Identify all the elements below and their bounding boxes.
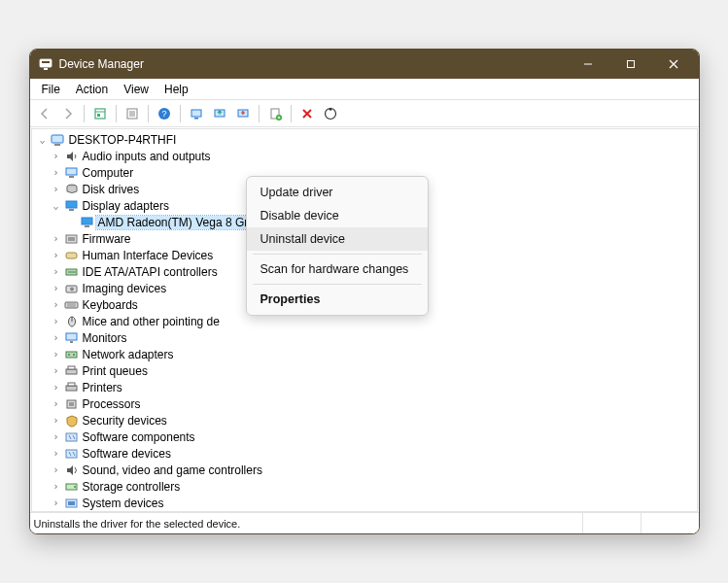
- svg-rect-30: [66, 201, 77, 208]
- svg-rect-16: [191, 110, 201, 117]
- app-icon: [38, 56, 53, 72]
- tree-category-printq[interactable]: ›Print queues: [32, 362, 697, 379]
- svg-rect-17: [194, 118, 198, 120]
- tree-caret[interactable]: ›: [50, 167, 63, 178]
- show-hide-tree-button[interactable]: [89, 103, 111, 124]
- tree-category-audio[interactable]: ›Audio inputs and outputs: [32, 148, 697, 164]
- tree-caret[interactable]: ›: [50, 349, 63, 360]
- tree-caret[interactable]: ⌄: [36, 134, 50, 145]
- tree-node-label: Monitors: [81, 331, 131, 345]
- tree-caret[interactable]: ›: [50, 151, 63, 161]
- tree-caret[interactable]: ›: [50, 332, 63, 343]
- context-uninstall-device[interactable]: Uninstall device: [247, 227, 428, 251]
- properties-button[interactable]: [121, 103, 143, 124]
- monitor-icon: [63, 331, 81, 345]
- context-properties[interactable]: Properties: [247, 288, 428, 311]
- tree-caret[interactable]: ›: [50, 283, 63, 293]
- menu-help[interactable]: Help: [156, 81, 196, 98]
- update-driver-button[interactable]: [209, 103, 230, 124]
- tree-category-cpu[interactable]: ›Processors: [32, 395, 697, 412]
- uninstall-device-button[interactable]: [296, 103, 318, 124]
- tree-category-swcomp[interactable]: ›Software components: [32, 429, 697, 445]
- tree-caret[interactable]: ⌄: [50, 200, 63, 211]
- tree-category-network[interactable]: ›Network adapters: [32, 346, 697, 362]
- svg-rect-56: [69, 402, 74, 406]
- add-legacy-hardware-button[interactable]: [264, 103, 286, 124]
- status-cell: [582, 513, 641, 533]
- tree-caret[interactable]: ›: [50, 497, 63, 508]
- tree-category-security[interactable]: ›Security devices: [32, 412, 697, 429]
- context-scan-hardware[interactable]: Scan for hardware changes: [247, 257, 428, 281]
- firmware-icon: [63, 232, 81, 246]
- tree-caret[interactable]: ›: [50, 250, 63, 260]
- tree-caret[interactable]: ›: [50, 464, 63, 475]
- svg-point-49: [68, 354, 70, 356]
- tree-caret[interactable]: ›: [50, 481, 63, 492]
- toolbar-separator: [291, 105, 292, 122]
- network-icon: [63, 348, 81, 361]
- tree-node-label: Disk drives: [81, 183, 144, 196]
- hid-icon: [63, 249, 81, 262]
- context-update-driver[interactable]: Update driver: [247, 181, 428, 204]
- svg-rect-51: [66, 369, 77, 374]
- computer-icon: [63, 166, 81, 180]
- context-separator: [253, 254, 422, 255]
- tree-node-label: Mice and other pointing de: [81, 315, 224, 328]
- window-title: Device Manager: [59, 57, 567, 71]
- tree-category-storage[interactable]: ›Storage controllers: [32, 478, 697, 495]
- svg-rect-32: [82, 218, 92, 224]
- tree-caret[interactable]: ›: [50, 266, 63, 277]
- maximize-button[interactable]: [609, 50, 652, 79]
- toolbar-separator: [84, 105, 85, 122]
- tree-node-label: Sound, video and game controllers: [81, 463, 266, 477]
- tree-caret[interactable]: ›: [50, 448, 63, 459]
- svg-text:?: ?: [161, 109, 166, 119]
- tree-node-label: Firmware: [81, 232, 135, 246]
- swdev-icon: [63, 447, 81, 461]
- tree-category-usb[interactable]: ›Universal Serial Bus controllers: [32, 511, 697, 512]
- minimize-button[interactable]: [567, 50, 609, 79]
- tree-caret[interactable]: ›: [50, 233, 63, 244]
- tree-caret[interactable]: ›: [50, 299, 63, 310]
- tree-category-system[interactable]: ›System devices: [32, 495, 697, 511]
- cpu-icon: [63, 397, 81, 411]
- svg-rect-52: [68, 366, 75, 369]
- close-button[interactable]: [652, 50, 695, 79]
- swcomp-icon: [63, 430, 81, 444]
- help-button[interactable]: ?: [154, 103, 175, 124]
- toolbar-separator: [259, 105, 260, 122]
- menu-action[interactable]: Action: [68, 81, 116, 98]
- disable-device-button[interactable]: [232, 103, 254, 124]
- menu-view[interactable]: View: [116, 81, 156, 98]
- tree-caret[interactable]: ›: [50, 365, 63, 376]
- menu-file[interactable]: File: [34, 81, 68, 98]
- tree-caret[interactable]: ›: [50, 398, 63, 409]
- svg-rect-31: [69, 209, 74, 211]
- svg-rect-62: [68, 501, 75, 505]
- forward-button[interactable]: [57, 103, 79, 124]
- tree-category-sound[interactable]: ›Sound, video and game controllers: [32, 462, 697, 478]
- tree-category-printer[interactable]: ›Printers: [32, 379, 697, 395]
- context-disable-device[interactable]: Disable device: [247, 204, 428, 227]
- root-icon: [50, 133, 67, 147]
- svg-point-60: [74, 486, 76, 488]
- tree-caret[interactable]: ›: [50, 431, 63, 442]
- tree-category-swdev[interactable]: ›Software devices: [32, 445, 697, 462]
- tree-node-label: Display adapters: [81, 199, 173, 213]
- back-button[interactable]: [34, 103, 55, 124]
- tree-caret[interactable]: ›: [50, 415, 63, 426]
- svg-rect-9: [97, 114, 100, 117]
- devices-by-connection-button[interactable]: [320, 103, 341, 124]
- tree-node-label: Audio inputs and outputs: [81, 150, 215, 163]
- tree-caret[interactable]: ›: [50, 316, 63, 326]
- tree-node-label: Software components: [81, 430, 199, 444]
- scan-hardware-button[interactable]: [186, 103, 207, 124]
- svg-rect-36: [66, 253, 77, 258]
- tree-category-monitor[interactable]: ›Monitors: [32, 329, 697, 346]
- tree-caret[interactable]: ›: [50, 382, 63, 393]
- printq-icon: [63, 364, 81, 378]
- tree-caret[interactable]: ›: [50, 184, 63, 194]
- tree-root[interactable]: ⌄DESKTOP-P4RTHFI: [32, 131, 697, 148]
- tree-node-label: Printers: [81, 381, 126, 394]
- menu-bar: File Action View Help: [30, 79, 699, 100]
